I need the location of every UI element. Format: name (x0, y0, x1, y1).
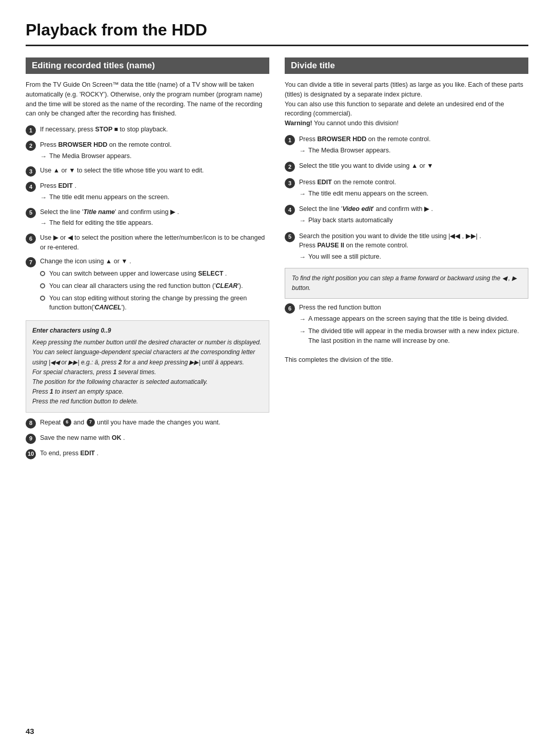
title-divider (26, 45, 528, 46)
right-step-4-content: Select the line 'Video edit' and confirm… (299, 204, 528, 225)
step-9-num: 9 (26, 434, 36, 444)
step-2-num: 2 (26, 141, 36, 151)
italic-box-text: To find the right position you can step … (292, 275, 517, 292)
step-4-content: Press EDIT . → The title edit menu appea… (40, 181, 269, 202)
info-box-body: Keep pressing the number button until th… (32, 338, 263, 406)
step-9-content: Save the new name with OK . (40, 433, 269, 443)
right-step-1-content: Press BROWSER HDD on the remote control.… (299, 134, 528, 156)
right-step-6-result-1: A message appears on the screen saying t… (308, 314, 509, 324)
right-warning: Warning! (285, 120, 312, 127)
closing-text: This completes the division of the title… (285, 356, 528, 363)
subbullet-3-text: You can stop editing without storing the… (49, 294, 269, 313)
step-2-content: Press BROWSER HDD on the remote control.… (40, 140, 269, 161)
step-1: 1 If necessary, press STOP ■ to stop pla… (26, 125, 269, 135)
step-2-arrow: → The Media Browser appears. (40, 151, 269, 162)
right-step-2-content: Select the title you want to divide usin… (299, 161, 528, 171)
subbullet-2-text: You can clear all characters using the r… (49, 281, 243, 291)
right-step-6-num: 6 (285, 303, 295, 314)
arrow-icon-4: → (40, 192, 47, 203)
right-step-5-result: You will see a still picture. (308, 252, 381, 262)
subbullet-1: You can switch between upper and lowerca… (40, 269, 269, 279)
right-step-3-result: The title edit menu appears on the scree… (308, 189, 428, 199)
right-steps-after: 6 Press the red function button → A mess… (285, 303, 528, 346)
circle-6: 6 (63, 418, 71, 427)
right-step-1: 1 Press BROWSER HDD on the remote contro… (285, 134, 528, 156)
right-intro: You can divide a title in several parts … (285, 80, 528, 128)
step-1-num: 1 (26, 125, 36, 135)
right-step-1-arrow: → The Media Browser appears. (299, 146, 528, 156)
step-8: 8 Repeat 6 and 7 until you have made the… (26, 418, 269, 429)
main-content: Editing recorded titles (name) From the … (26, 57, 528, 464)
step-5-result: The field for editing the title appears. (49, 218, 153, 228)
step-7-subbullets: You can switch between upper and lowerca… (40, 269, 269, 313)
right-step-3-content: Press EDIT on the remote control. → The … (299, 178, 528, 199)
arrow-icon-r6a: → (299, 314, 306, 324)
right-step-3: 3 Press EDIT on the remote control. → Th… (285, 178, 528, 199)
left-column: Editing recorded titles (name) From the … (26, 57, 269, 464)
info-box-title: Enter characters using 0..9 (32, 326, 263, 336)
step-3-num: 3 (26, 166, 36, 177)
step-5-content: Select the line 'Title name' and confirm… (40, 207, 269, 228)
steps-after: 8 Repeat 6 and 7 until you have made the… (26, 418, 269, 459)
step-3-content: Use ▲ or ▼ to select the title whose tit… (40, 166, 269, 176)
step-2: 2 Press BROWSER HDD on the remote contro… (26, 140, 269, 161)
step-2-result: The Media Browser appears. (49, 151, 132, 161)
left-intro: From the TV Guide On Screen™ data the ti… (26, 80, 269, 119)
bullet-icon-3 (40, 296, 45, 301)
right-step-2: 2 Select the title you want to divide us… (285, 161, 528, 172)
right-step-5-content: Search the position you want to divide t… (299, 231, 528, 262)
step-9: 9 Save the new name with OK . (26, 433, 269, 444)
bullet-icon-2 (40, 283, 45, 288)
right-column: Divide title You can divide a title in s… (285, 57, 528, 464)
step-5-num: 5 (26, 208, 36, 218)
step-10-content: To end, press EDIT . (40, 449, 269, 458)
right-step-2-num: 2 (285, 162, 295, 172)
right-step-6-content: Press the red function button → A messag… (299, 303, 528, 346)
right-step-4-num: 4 (285, 205, 295, 215)
right-step-6-arrow-2: → The divided title will appear in the m… (299, 326, 528, 346)
right-step-1-result: The Media Browser appears. (308, 146, 391, 156)
left-steps: 1 If necessary, press STOP ■ to stop pla… (26, 125, 269, 315)
right-step-4: 4 Select the line 'Video edit' and confi… (285, 204, 528, 225)
right-step-5-arrow: → You will see a still picture. (299, 252, 528, 262)
step-7-content: Change the icon using ▲ or ▼ . You can s… (40, 257, 269, 315)
step-1-content: If necessary, press STOP ■ to stop playb… (40, 125, 269, 134)
right-step-4-arrow: → Play back starts automatically (299, 216, 528, 226)
step-4-arrow: → The title edit menu appears on the scr… (40, 192, 269, 203)
page-number: 43 (26, 727, 34, 735)
step-6-content: Use ▶ or ◀ to select the position where … (40, 233, 269, 253)
step-10: 10 To end, press EDIT . (26, 449, 269, 459)
right-step-5: 5 Search the position you want to divide… (285, 231, 528, 262)
info-box: Enter characters using 0..9 Keep pressin… (26, 320, 269, 413)
bullet-icon-1 (40, 271, 45, 276)
arrow-icon-r4: → (299, 216, 306, 226)
arrow-icon-r3: → (299, 189, 306, 199)
right-step-1-num: 1 (285, 135, 295, 145)
right-step-6-result-2: The divided title will appear in the med… (308, 326, 528, 346)
subbullet-2: You can clear all characters using the r… (40, 281, 269, 291)
right-step-6-arrow-1: → A message appears on the screen saying… (299, 314, 528, 324)
circle-7: 7 (87, 418, 95, 427)
step-5-arrow: → The field for editing the title appear… (40, 218, 269, 228)
right-step-4-result: Play back starts automatically (308, 216, 393, 225)
subbullet-1-text: You can switch between upper and lowerca… (49, 269, 227, 279)
step-3: 3 Use ▲ or ▼ to select the title whose t… (26, 166, 269, 177)
right-step-3-arrow: → The title edit menu appears on the scr… (299, 189, 528, 199)
step-4-num: 4 (26, 182, 36, 192)
arrow-icon-5: → (40, 218, 47, 228)
right-step-5-num: 5 (285, 232, 295, 242)
arrow-icon-r1: → (299, 146, 306, 156)
step-4-result: The title edit menu appears on the scree… (49, 192, 169, 202)
italic-box: To find the right position you can step … (285, 268, 528, 299)
step-6: 6 Use ▶ or ◀ to select the position wher… (26, 233, 269, 253)
step-7-num: 7 (26, 257, 36, 267)
arrow-icon: → (40, 151, 47, 162)
page-title: Playback from the HDD (26, 21, 528, 40)
arrow-icon-r6b: → (299, 326, 306, 337)
step-6-num: 6 (26, 234, 36, 244)
right-steps: 1 Press BROWSER HDD on the remote contro… (285, 134, 528, 262)
left-section-header: Editing recorded titles (name) (26, 57, 269, 74)
step-10-num: 10 (26, 449, 36, 459)
right-section-header: Divide title (285, 57, 528, 74)
right-step-6: 6 Press the red function button → A mess… (285, 303, 528, 346)
